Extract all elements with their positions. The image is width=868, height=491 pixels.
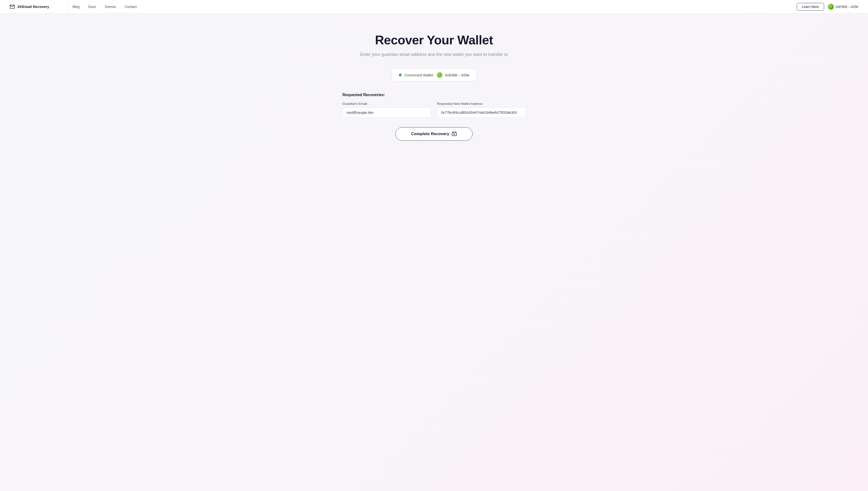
connected-wallet-address: 0xE566····429e [445, 73, 469, 77]
recovery-icon [452, 131, 457, 137]
connected-wallet-label: Connected Wallet: [405, 73, 434, 77]
new-wallet-group: Requested New Wallet Address [437, 102, 525, 118]
page-subtitle: Enter your guardian email address and th… [360, 52, 508, 57]
new-wallet-label: Requested New Wallet Address [437, 102, 525, 106]
nav-right: Learn More 0xE566····429e [791, 3, 858, 10]
learn-more-button[interactable]: Learn More [797, 3, 824, 10]
brand-name: ZKEmail Recovery [17, 5, 49, 9]
guardian-email-label: Guardian's Email [343, 102, 431, 106]
nav-link-docs[interactable]: Docs [88, 5, 96, 9]
new-wallet-input[interactable] [437, 108, 525, 118]
complete-recovery-label: Complete Recovery [411, 132, 450, 136]
nav-wallet-pill: 0xE566····429e [828, 4, 858, 10]
navbar: ZKEmail Recovery Blog Docs Demos Contact… [0, 0, 868, 13]
connected-status-dot [399, 74, 402, 76]
nav-link-demos[interactable]: Demos [105, 5, 116, 9]
nav-wallet-avatar [828, 4, 834, 10]
main-content: Recover Your Wallet Enter your guardian … [0, 13, 868, 155]
form-row: Guardian's Email Requested New Wallet Ad… [343, 102, 525, 118]
connected-wallet-card: Connected Wallet: 0xE566····429e [392, 69, 477, 81]
nav-divider [67, 2, 68, 11]
recovery-form-section: Requested Recoveries: Guardian's Email R… [343, 93, 525, 141]
nav-links: Blog Docs Demos Contact [73, 5, 791, 9]
guardian-email-input[interactable] [343, 108, 431, 118]
form-section-title: Requested Recoveries: [343, 93, 525, 97]
nav-link-contact[interactable]: Contact [125, 5, 137, 9]
nav-wallet-address: 0xE566····429e [836, 5, 858, 9]
connected-wallet-avatar [437, 72, 442, 78]
page-title: Recover Your Wallet [375, 33, 493, 47]
complete-recovery-button[interactable]: Complete Recovery [396, 127, 472, 141]
guardian-email-group: Guardian's Email [343, 102, 431, 118]
logo-icon [10, 4, 15, 9]
nav-link-blog[interactable]: Blog [73, 5, 80, 9]
svg-point-2 [454, 134, 455, 135]
svg-rect-1 [452, 133, 456, 136]
